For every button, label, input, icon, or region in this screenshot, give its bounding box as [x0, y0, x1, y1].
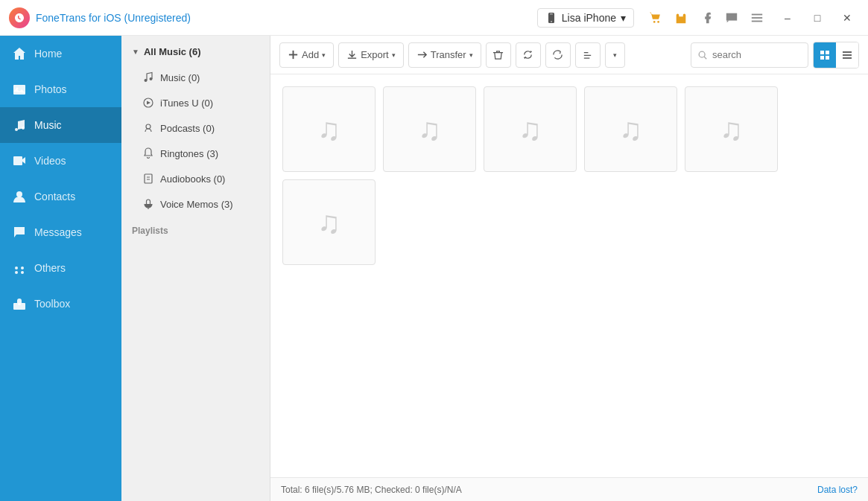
music-card-4[interactable]: ♫	[584, 86, 677, 172]
svg-point-11	[22, 127, 25, 130]
svg-rect-35	[843, 54, 852, 56]
svg-point-15	[21, 267, 24, 269]
add-icon	[288, 49, 299, 60]
more-icon	[582, 49, 593, 60]
menu-icon[interactable]	[750, 11, 764, 25]
svg-rect-36	[843, 57, 852, 59]
music-grid: ♫ ♫ ♫ ♫ ♫ ♫	[270, 74, 868, 477]
music-note-icon-1: ♫	[317, 112, 341, 147]
sidebar-item-toolbox[interactable]: Toolbox	[0, 286, 121, 322]
sidebar-item-messages[interactable]: Messages	[0, 214, 121, 250]
device-name: Lisa iPhone	[562, 12, 616, 24]
photos-icon	[12, 82, 27, 97]
delete-button[interactable]	[486, 42, 511, 68]
titlebar-actions	[649, 11, 764, 25]
export-icon	[346, 49, 358, 60]
subnav-label-itunes: iTunes U (0)	[160, 98, 213, 109]
more-chevron: ▾	[613, 51, 617, 59]
subnav-label-ringtones: Ringtones (3)	[160, 148, 218, 159]
search-box[interactable]	[691, 42, 808, 68]
messages-icon	[12, 225, 27, 240]
subnav-item-itunes[interactable]: iTunes U (0)	[121, 90, 270, 115]
export-button[interactable]: Export ▾	[338, 42, 404, 68]
more-dropdown-button[interactable]: ▾	[605, 42, 625, 68]
data-lost-link[interactable]: Data lost?	[817, 485, 858, 495]
sidebar-item-contacts[interactable]: Contacts	[0, 179, 121, 214]
svg-point-14	[15, 267, 18, 269]
minimize-button[interactable]: –	[776, 6, 799, 30]
device-chevron: ▾	[621, 12, 626, 24]
statusbar: Total: 6 file(s)/5.76 MB; Checked: 0 fil…	[270, 477, 868, 501]
sidebar-label-messages: Messages	[34, 226, 82, 238]
convert-button[interactable]	[516, 42, 541, 68]
subnav-label-voice-memos: Voice Memos (3)	[160, 199, 233, 210]
svg-rect-30	[820, 51, 824, 54]
more-button[interactable]	[575, 42, 601, 68]
device-selector[interactable]: Lisa iPhone ▾	[537, 8, 634, 28]
sidebar-item-home[interactable]: Home	[0, 36, 121, 71]
svg-point-3	[653, 21, 656, 23]
search-input[interactable]	[712, 49, 802, 60]
subnav-header[interactable]: ▼ All Music (6)	[121, 36, 270, 65]
sidebar-label-contacts: Contacts	[34, 191, 75, 202]
sidebar-item-others[interactable]: Others	[0, 250, 121, 286]
refresh-button[interactable]	[545, 42, 571, 68]
subnav-item-podcasts[interactable]: Podcasts (0)	[121, 115, 270, 141]
sidebar-label-music: Music	[34, 119, 62, 131]
subnav-item-audiobooks[interactable]: Audiobooks (0)	[121, 166, 270, 191]
refresh-icon	[552, 49, 563, 60]
subnav-item-ringtones[interactable]: Ringtones (3)	[121, 141, 270, 166]
add-label: Add	[302, 49, 319, 60]
itunes-icon	[142, 97, 154, 109]
svg-point-23	[146, 124, 151, 129]
maximize-button[interactable]: □	[805, 6, 829, 30]
titlebar: FoneTrans for iOS (Unregistered) Lisa iP…	[0, 0, 868, 36]
sidebar-item-music[interactable]: Music	[0, 107, 121, 143]
add-button[interactable]: Add ▾	[279, 42, 334, 68]
music-card-1[interactable]: ♫	[282, 86, 376, 172]
svg-rect-5	[752, 13, 762, 15]
audiobooks-icon	[142, 173, 154, 185]
app-title: FoneTrans for iOS (Unregistered)	[36, 12, 537, 24]
transfer-button[interactable]: Transfer ▾	[408, 42, 481, 68]
cart-icon[interactable]	[649, 11, 662, 25]
sidebar-item-photos[interactable]: Photos	[0, 71, 121, 107]
svg-rect-6	[752, 17, 762, 19]
content-area: Add ▾ Export ▾ Transfer ▾	[270, 36, 868, 501]
music-card-6[interactable]: ♫	[282, 179, 376, 265]
chat-icon[interactable]	[725, 11, 738, 25]
svg-rect-7	[752, 20, 762, 22]
sidebar-item-videos[interactable]: Videos	[0, 143, 121, 179]
svg-point-21	[150, 77, 153, 80]
subnav-item-music[interactable]: Music (0)	[121, 65, 270, 90]
sidebar-label-toolbox: Toolbox	[34, 298, 70, 310]
music-card-2[interactable]: ♫	[383, 86, 476, 172]
subnav-item-voice-memos[interactable]: Voice Memos (3)	[121, 191, 270, 217]
facebook-icon[interactable]	[700, 11, 713, 25]
svg-rect-19	[18, 303, 21, 305]
list-view-button[interactable]	[836, 42, 858, 68]
svg-rect-34	[843, 51, 852, 53]
grid-view-button[interactable]	[814, 42, 836, 68]
subnav-header-label: All Music (6)	[144, 46, 201, 57]
music-card-3[interactable]: ♫	[484, 86, 577, 172]
export-chevron: ▾	[392, 51, 396, 59]
transfer-chevron: ▾	[469, 51, 473, 59]
subnav-label-podcasts: Podcasts (0)	[160, 123, 215, 134]
sidebar-label-home: Home	[34, 48, 62, 60]
subnav-arrow: ▼	[132, 48, 139, 56]
main-layout: Home Photos Music Videos Contacts Messag…	[0, 36, 868, 501]
gift-icon[interactable]	[674, 11, 688, 25]
podcasts-icon	[142, 122, 154, 134]
close-button[interactable]: ✕	[835, 6, 859, 30]
music-icon	[12, 118, 27, 133]
contacts-icon	[12, 189, 27, 204]
voice-memos-icon	[142, 198, 154, 210]
svg-rect-8	[13, 85, 25, 95]
music-card-5[interactable]: ♫	[685, 86, 778, 172]
others-icon	[12, 261, 27, 275]
svg-rect-24	[145, 174, 152, 183]
convert-icon	[522, 49, 533, 60]
svg-point-17	[21, 271, 24, 274]
subnav-label-music: Music (0)	[160, 72, 200, 83]
